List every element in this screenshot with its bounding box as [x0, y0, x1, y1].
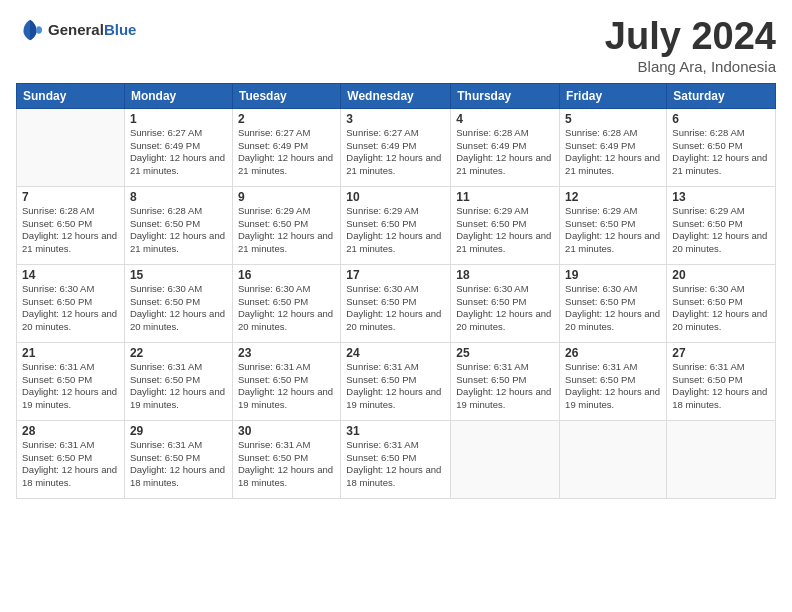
- day-number: 31: [346, 424, 445, 438]
- day-info: Sunrise: 6:31 AM Sunset: 6:50 PM Dayligh…: [565, 361, 661, 412]
- calendar-container: GeneralBlue July 2024 Blang Ara, Indones…: [0, 0, 792, 612]
- day-info: Sunrise: 6:31 AM Sunset: 6:50 PM Dayligh…: [130, 439, 227, 490]
- day-info: Sunrise: 6:30 AM Sunset: 6:50 PM Dayligh…: [346, 283, 445, 334]
- week-row-4: 21Sunrise: 6:31 AM Sunset: 6:50 PM Dayli…: [17, 342, 776, 420]
- table-row: [667, 420, 776, 498]
- table-row: 3Sunrise: 6:27 AM Sunset: 6:49 PM Daylig…: [341, 108, 451, 186]
- logo-blue: Blue: [104, 21, 137, 38]
- day-number: 2: [238, 112, 335, 126]
- title-block: July 2024 Blang Ara, Indonesia: [605, 16, 776, 75]
- table-row: 20Sunrise: 6:30 AM Sunset: 6:50 PM Dayli…: [667, 264, 776, 342]
- day-info: Sunrise: 6:28 AM Sunset: 6:49 PM Dayligh…: [565, 127, 661, 178]
- logo-text: GeneralBlue: [48, 21, 136, 39]
- header-row: GeneralBlue July 2024 Blang Ara, Indones…: [16, 16, 776, 75]
- day-number: 25: [456, 346, 554, 360]
- day-number: 23: [238, 346, 335, 360]
- table-row: [17, 108, 125, 186]
- table-row: 12Sunrise: 6:29 AM Sunset: 6:50 PM Dayli…: [560, 186, 667, 264]
- day-info: Sunrise: 6:27 AM Sunset: 6:49 PM Dayligh…: [238, 127, 335, 178]
- table-row: 30Sunrise: 6:31 AM Sunset: 6:50 PM Dayli…: [232, 420, 340, 498]
- day-info: Sunrise: 6:29 AM Sunset: 6:50 PM Dayligh…: [238, 205, 335, 256]
- day-info: Sunrise: 6:30 AM Sunset: 6:50 PM Dayligh…: [130, 283, 227, 334]
- day-number: 20: [672, 268, 770, 282]
- table-row: 6Sunrise: 6:28 AM Sunset: 6:50 PM Daylig…: [667, 108, 776, 186]
- table-row: 17Sunrise: 6:30 AM Sunset: 6:50 PM Dayli…: [341, 264, 451, 342]
- day-number: 5: [565, 112, 661, 126]
- table-row: 1Sunrise: 6:27 AM Sunset: 6:49 PM Daylig…: [124, 108, 232, 186]
- day-number: 21: [22, 346, 119, 360]
- table-row: 9Sunrise: 6:29 AM Sunset: 6:50 PM Daylig…: [232, 186, 340, 264]
- day-info: Sunrise: 6:28 AM Sunset: 6:50 PM Dayligh…: [22, 205, 119, 256]
- calendar-table: Sunday Monday Tuesday Wednesday Thursday…: [16, 83, 776, 499]
- table-row: 10Sunrise: 6:29 AM Sunset: 6:50 PM Dayli…: [341, 186, 451, 264]
- day-info: Sunrise: 6:31 AM Sunset: 6:50 PM Dayligh…: [22, 439, 119, 490]
- day-info: Sunrise: 6:29 AM Sunset: 6:50 PM Dayligh…: [672, 205, 770, 256]
- day-number: 22: [130, 346, 227, 360]
- table-row: 31Sunrise: 6:31 AM Sunset: 6:50 PM Dayli…: [341, 420, 451, 498]
- day-info: Sunrise: 6:30 AM Sunset: 6:50 PM Dayligh…: [238, 283, 335, 334]
- table-row: 8Sunrise: 6:28 AM Sunset: 6:50 PM Daylig…: [124, 186, 232, 264]
- day-number: 30: [238, 424, 335, 438]
- day-number: 12: [565, 190, 661, 204]
- week-row-2: 7Sunrise: 6:28 AM Sunset: 6:50 PM Daylig…: [17, 186, 776, 264]
- day-number: 27: [672, 346, 770, 360]
- logo-icon: [16, 16, 44, 44]
- table-row: [560, 420, 667, 498]
- day-info: Sunrise: 6:29 AM Sunset: 6:50 PM Dayligh…: [565, 205, 661, 256]
- week-row-1: 1Sunrise: 6:27 AM Sunset: 6:49 PM Daylig…: [17, 108, 776, 186]
- day-number: 18: [456, 268, 554, 282]
- day-number: 1: [130, 112, 227, 126]
- table-row: 25Sunrise: 6:31 AM Sunset: 6:50 PM Dayli…: [451, 342, 560, 420]
- day-number: 16: [238, 268, 335, 282]
- table-row: 22Sunrise: 6:31 AM Sunset: 6:50 PM Dayli…: [124, 342, 232, 420]
- table-row: 2Sunrise: 6:27 AM Sunset: 6:49 PM Daylig…: [232, 108, 340, 186]
- table-row: 13Sunrise: 6:29 AM Sunset: 6:50 PM Dayli…: [667, 186, 776, 264]
- day-info: Sunrise: 6:31 AM Sunset: 6:50 PM Dayligh…: [672, 361, 770, 412]
- day-info: Sunrise: 6:30 AM Sunset: 6:50 PM Dayligh…: [565, 283, 661, 334]
- day-info: Sunrise: 6:31 AM Sunset: 6:50 PM Dayligh…: [456, 361, 554, 412]
- day-info: Sunrise: 6:28 AM Sunset: 6:49 PM Dayligh…: [456, 127, 554, 178]
- day-info: Sunrise: 6:31 AM Sunset: 6:50 PM Dayligh…: [22, 361, 119, 412]
- day-number: 14: [22, 268, 119, 282]
- table-row: 16Sunrise: 6:30 AM Sunset: 6:50 PM Dayli…: [232, 264, 340, 342]
- subtitle: Blang Ara, Indonesia: [605, 58, 776, 75]
- day-number: 26: [565, 346, 661, 360]
- week-row-5: 28Sunrise: 6:31 AM Sunset: 6:50 PM Dayli…: [17, 420, 776, 498]
- week-row-3: 14Sunrise: 6:30 AM Sunset: 6:50 PM Dayli…: [17, 264, 776, 342]
- logo: GeneralBlue: [16, 16, 136, 44]
- day-number: 7: [22, 190, 119, 204]
- table-row: 15Sunrise: 6:30 AM Sunset: 6:50 PM Dayli…: [124, 264, 232, 342]
- table-row: 23Sunrise: 6:31 AM Sunset: 6:50 PM Dayli…: [232, 342, 340, 420]
- col-saturday: Saturday: [667, 83, 776, 108]
- day-info: Sunrise: 6:31 AM Sunset: 6:50 PM Dayligh…: [346, 361, 445, 412]
- table-row: [451, 420, 560, 498]
- day-info: Sunrise: 6:29 AM Sunset: 6:50 PM Dayligh…: [456, 205, 554, 256]
- day-number: 29: [130, 424, 227, 438]
- day-number: 10: [346, 190, 445, 204]
- table-row: 14Sunrise: 6:30 AM Sunset: 6:50 PM Dayli…: [17, 264, 125, 342]
- day-info: Sunrise: 6:30 AM Sunset: 6:50 PM Dayligh…: [672, 283, 770, 334]
- col-sunday: Sunday: [17, 83, 125, 108]
- table-row: 4Sunrise: 6:28 AM Sunset: 6:49 PM Daylig…: [451, 108, 560, 186]
- table-row: 21Sunrise: 6:31 AM Sunset: 6:50 PM Dayli…: [17, 342, 125, 420]
- table-row: 29Sunrise: 6:31 AM Sunset: 6:50 PM Dayli…: [124, 420, 232, 498]
- day-info: Sunrise: 6:31 AM Sunset: 6:50 PM Dayligh…: [238, 439, 335, 490]
- col-monday: Monday: [124, 83, 232, 108]
- day-info: Sunrise: 6:31 AM Sunset: 6:50 PM Dayligh…: [238, 361, 335, 412]
- day-number: 19: [565, 268, 661, 282]
- table-row: 18Sunrise: 6:30 AM Sunset: 6:50 PM Dayli…: [451, 264, 560, 342]
- day-info: Sunrise: 6:27 AM Sunset: 6:49 PM Dayligh…: [346, 127, 445, 178]
- day-info: Sunrise: 6:28 AM Sunset: 6:50 PM Dayligh…: [672, 127, 770, 178]
- col-tuesday: Tuesday: [232, 83, 340, 108]
- main-title: July 2024: [605, 16, 776, 58]
- day-number: 8: [130, 190, 227, 204]
- day-number: 6: [672, 112, 770, 126]
- calendar-header-row: Sunday Monday Tuesday Wednesday Thursday…: [17, 83, 776, 108]
- table-row: 11Sunrise: 6:29 AM Sunset: 6:50 PM Dayli…: [451, 186, 560, 264]
- table-row: 5Sunrise: 6:28 AM Sunset: 6:49 PM Daylig…: [560, 108, 667, 186]
- day-info: Sunrise: 6:27 AM Sunset: 6:49 PM Dayligh…: [130, 127, 227, 178]
- day-info: Sunrise: 6:30 AM Sunset: 6:50 PM Dayligh…: [456, 283, 554, 334]
- day-info: Sunrise: 6:28 AM Sunset: 6:50 PM Dayligh…: [130, 205, 227, 256]
- day-number: 15: [130, 268, 227, 282]
- day-info: Sunrise: 6:31 AM Sunset: 6:50 PM Dayligh…: [130, 361, 227, 412]
